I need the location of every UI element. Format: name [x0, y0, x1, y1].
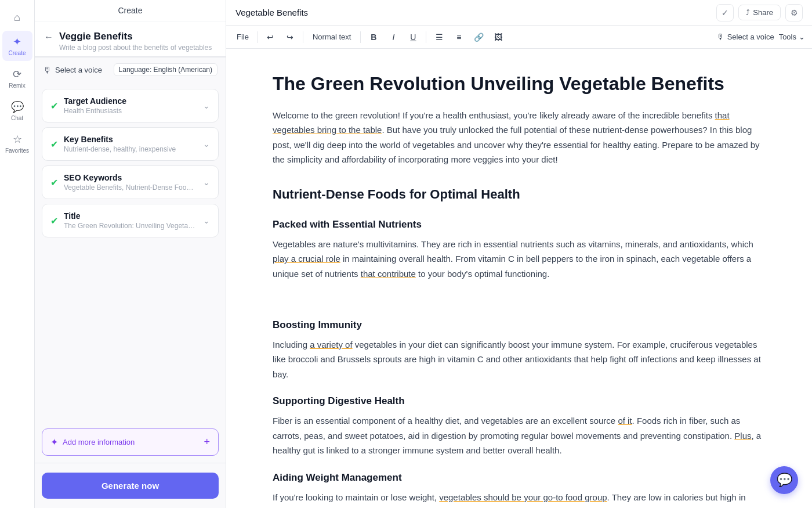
bullet-list-button[interactable]: ☰	[431, 29, 447, 45]
language-selector[interactable]: Language: English (American)	[114, 63, 217, 76]
voice-select[interactable]: 🎙 Select a voice	[43, 65, 102, 75]
section-sub-seo: Vegetable Benefits, Nutrient-Dense Foods…	[64, 183, 197, 192]
sidebar-item-remix[interactable]: ⟳ Remix	[2, 63, 32, 93]
document-title: The Green Revolution Unveiling Vegetable…	[273, 72, 766, 96]
section-sub-key-benefits: Nutrient-dense, healthy, inexpensive	[64, 145, 197, 153]
create-tab-label: Create	[118, 6, 142, 15]
toolbar-right: 🎙 Select a voice Tools ⌄	[717, 33, 805, 41]
subheading-packed-nutrients: Packed with Essential Nutrients	[273, 217, 766, 233]
sidebar-item-favorites-label: Favorites	[5, 147, 29, 154]
link-that-contribute: that contribute	[361, 269, 416, 279]
panel-sidebar: Create ← Veggie Benefits Write a blog po…	[35, 0, 226, 508]
italic-button[interactable]: I	[385, 29, 401, 45]
weight-management-body: If you're looking to maintain or lose we…	[273, 490, 766, 508]
add-more-information-button[interactable]: ✦ Add more information +	[42, 428, 219, 456]
sidebar-item-create-label: Create	[8, 50, 26, 56]
generate-now-button[interactable]: Generate now	[42, 473, 219, 499]
link-variety-of: a variety of	[310, 340, 352, 350]
settings-icon[interactable]: ⚙	[785, 4, 803, 21]
section-sub-target-audience: Health Enthusiasts	[64, 107, 197, 115]
chevron-down-icon-kb: ⌄	[203, 139, 210, 149]
subheading-weight-management: Aiding Weight Management	[273, 470, 766, 487]
voice-select-toolbar-button[interactable]: 🎙 Select a voice	[717, 33, 774, 41]
section-title-title: Title	[64, 211, 197, 221]
check-circle-icon[interactable]: ✓	[716, 4, 734, 21]
section-sub-title: The Green Revolution: Unveiling Vegetabl…	[64, 222, 197, 230]
sidebar-item-chat[interactable]: 💬 Chat	[2, 96, 32, 126]
image-button[interactable]: 🖼	[490, 29, 506, 45]
style-dropdown[interactable]: Normal text	[308, 31, 356, 43]
section-card-title[interactable]: ✔ Title The Green Revolution: Unveiling …	[42, 204, 219, 237]
section-title-key-benefits: Key Benefits	[64, 135, 197, 144]
add-more-label: Add more information	[63, 438, 135, 446]
voice-icon-toolbar: 🎙	[717, 33, 724, 41]
tools-chevron-icon: ⌄	[799, 33, 805, 41]
share-icon: ⤴	[746, 8, 750, 17]
link-of-it: of it	[618, 416, 632, 426]
toolbar-separator-4	[426, 31, 426, 43]
toolbar-separator-3	[360, 31, 361, 43]
remix-icon: ⟳	[13, 68, 21, 81]
document-body: Welcome to the green revolution! If you'…	[273, 108, 766, 508]
voice-select-label: Select a voice	[55, 66, 102, 74]
redo-button[interactable]: ↪	[282, 29, 298, 45]
share-button[interactable]: ⤴ Share	[738, 5, 781, 20]
chat-bubble-button[interactable]: 💬	[770, 466, 798, 494]
editor-content[interactable]: The Green Revolution Unveiling Vegetable…	[226, 49, 812, 508]
main-area: Vegetable Benefits ✓ ⤴ Share ⚙ File ↩ ↪ …	[226, 0, 812, 508]
link-vegetables-goto: vegetables should be your go-to food gro…	[439, 492, 607, 502]
link-plus: Plus	[734, 431, 751, 441]
chevron-down-icon-title: ⌄	[203, 216, 210, 225]
sidebar-item-favorites[interactable]: ☆ Favorites	[2, 128, 32, 158]
section-card-target-audience[interactable]: ✔ Target Audience Health Enthusiasts ⌄	[42, 89, 219, 123]
packed-nutrients-body: Vegetables are nature's multivitamins. T…	[273, 237, 766, 282]
underline-button[interactable]: U	[405, 29, 421, 45]
sidebar-item-remix-label: Remix	[9, 82, 25, 89]
link-crucial-role: play a crucial role	[273, 254, 340, 264]
editor-toolbar: File ↩ ↪ Normal text B I U ☰ ≡ 🔗 🖼 🎙 Sel…	[226, 26, 812, 49]
favorites-icon: ☆	[13, 133, 22, 146]
check-icon-title: ✔	[50, 215, 58, 226]
toolbar-separator-2	[303, 31, 303, 43]
tools-button[interactable]: Tools ⌄	[779, 33, 805, 41]
section-card-seo-keywords[interactable]: ✔ SEO Keywords Vegetable Benefits, Nutri…	[42, 165, 219, 199]
section-heading-nutrient-dense: Nutrient-Dense Foods for Optimal Health	[273, 183, 766, 205]
boosting-immunity-body: Including a variety of vegetables in you…	[273, 337, 766, 382]
create-icon: ✦	[13, 35, 21, 48]
undo-button[interactable]: ↩	[262, 29, 278, 45]
check-icon-key-benefits: ✔	[50, 139, 58, 150]
chat-bubble-icon: 💬	[777, 473, 792, 488]
section-list: ✔ Target Audience Health Enthusiasts ⌄ ✔…	[35, 82, 226, 428]
voice-language-bar: 🎙 Select a voice Language: English (Amer…	[35, 57, 226, 82]
home-icon: ⌂	[14, 12, 20, 24]
sidebar-item-home[interactable]: ⌂	[2, 7, 32, 28]
check-icon-target-audience: ✔	[50, 100, 58, 111]
bold-button[interactable]: B	[365, 29, 382, 45]
document-title-topbar: Vegetable Benefits	[235, 8, 308, 17]
chevron-down-icon-ta: ⌄	[203, 101, 210, 110]
subheading-boosting-immunity: Boosting Immunity	[273, 317, 766, 334]
toolbar-separator-1	[257, 31, 258, 43]
back-button[interactable]: ←	[44, 32, 53, 42]
plus-icon: +	[204, 436, 210, 448]
generate-button-wrap: Generate now	[35, 463, 226, 508]
main-topbar: Vegetable Benefits ✓ ⤴ Share ⚙	[226, 0, 812, 26]
file-menu-button[interactable]: File	[233, 29, 252, 45]
sidebar-item-create[interactable]: ✦ Create	[2, 31, 32, 61]
microphone-icon: 🎙	[43, 65, 52, 75]
digestive-health-body: Fiber is an essential component of a hea…	[273, 413, 766, 458]
chat-icon: 💬	[11, 100, 24, 113]
panel-title: Veggie Benefits	[59, 31, 212, 42]
section-title-seo: SEO Keywords	[64, 173, 197, 182]
section-title-target-audience: Target Audience	[64, 96, 197, 106]
numbered-list-button[interactable]: ≡	[451, 29, 467, 45]
sidebar-item-chat-label: Chat	[11, 115, 23, 121]
app-sidebar: ⌂ ✦ Create ⟳ Remix 💬 Chat ☆ Favorites	[0, 0, 35, 508]
panel-header: ← Veggie Benefits Write a blog post abou…	[35, 21, 226, 57]
intro-paragraph: Welcome to the green revolution! If you'…	[273, 108, 766, 167]
check-icon-seo: ✔	[50, 177, 58, 188]
panel-subtitle: Write a blog post about the benefits of …	[59, 44, 212, 52]
link-button[interactable]: 🔗	[470, 29, 487, 45]
section-card-key-benefits[interactable]: ✔ Key Benefits Nutrient-dense, healthy, …	[42, 127, 219, 161]
sparkle-icon: ✦	[50, 437, 58, 448]
